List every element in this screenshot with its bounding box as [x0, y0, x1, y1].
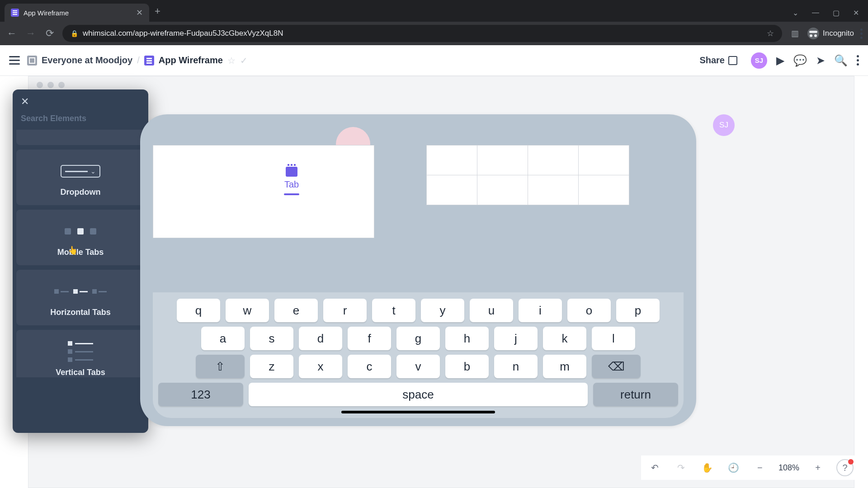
tabs-dropdown-icon[interactable]: ⌄	[793, 9, 798, 17]
favicon-icon	[11, 9, 19, 17]
key-f[interactable]: f	[348, 327, 391, 350]
shape-rectangle[interactable]	[153, 145, 374, 238]
extensions-icon[interactable]: ▥	[788, 28, 801, 38]
send-icon[interactable]: ➤	[816, 54, 825, 67]
url-text: whimsical.com/app-wireframe-Fudpau5J3cGb…	[83, 29, 283, 38]
tab-icon	[286, 167, 297, 177]
maximize-icon[interactable]: ▢	[833, 9, 840, 17]
key-q[interactable]: q	[177, 299, 220, 322]
app-menu-button[interactable]	[857, 55, 859, 66]
space-key[interactable]: space	[249, 383, 588, 406]
check-icon[interactable]: ✓	[240, 55, 248, 66]
breadcrumb: Everyone at Moodjoy / App Wireframe ☆ ✓	[27, 55, 248, 66]
key-m[interactable]: m	[543, 355, 586, 378]
star-icon[interactable]: ☆	[227, 55, 236, 66]
key-c[interactable]: c	[348, 355, 391, 378]
close-window-icon[interactable]: ✕	[853, 9, 859, 17]
key-d[interactable]: d	[299, 327, 342, 350]
element-card-horizontal-tabs[interactable]: Horizontal Tabs	[16, 270, 145, 325]
pan-button[interactable]: ✋	[700, 460, 715, 475]
backspace-key[interactable]: ⌫	[592, 355, 641, 378]
browser-tab[interactable]: App Wireframe ✕	[5, 4, 149, 22]
minimize-icon[interactable]: —	[812, 9, 819, 17]
zoom-out-button[interactable]: −	[752, 460, 768, 475]
numbers-key[interactable]: 123	[158, 383, 243, 406]
keyboard-row-1: qwertyuiop	[158, 299, 678, 322]
key-j[interactable]: j	[494, 327, 538, 350]
new-tab-button[interactable]: +	[155, 5, 160, 17]
zoom-level[interactable]: 108%	[778, 463, 799, 473]
card-label: Horizontal Tabs	[21, 308, 140, 317]
key-r[interactable]: r	[323, 299, 367, 322]
tab-underline	[284, 193, 299, 195]
window-controls: ⌄ — ▢ ✕	[793, 9, 868, 22]
breadcrumb-team[interactable]: Everyone at Moodjoy	[42, 55, 132, 66]
incognito-icon	[807, 28, 819, 39]
key-w[interactable]: w	[226, 299, 269, 322]
key-p[interactable]: p	[616, 299, 660, 322]
comments-icon[interactable]: 💬	[793, 54, 807, 67]
key-o[interactable]: o	[567, 299, 611, 322]
panel-close-button[interactable]: ✕	[13, 89, 148, 109]
back-button[interactable]: ←	[5, 28, 18, 39]
incognito-indicator[interactable]: Incognito	[807, 28, 854, 39]
canvas[interactable]: ✕ Search Elements ⌄ Dropdown Mobile Tabs…	[0, 76, 868, 488]
element-card-dropdown[interactable]: ⌄ Dropdown	[16, 150, 145, 205]
doc-icon	[144, 56, 154, 66]
menu-button[interactable]	[9, 56, 20, 65]
card-label: Dropdown	[21, 188, 140, 197]
shift-key[interactable]: ⇧	[196, 355, 245, 378]
tab-title: App Wireframe	[24, 9, 132, 17]
element-card[interactable]	[16, 130, 145, 145]
lock-icon: 🔒	[71, 30, 78, 37]
home-indicator	[341, 411, 495, 413]
zoom-in-button[interactable]: +	[810, 460, 826, 475]
keyboard-row-2: asdfghjkl	[158, 327, 678, 350]
key-h[interactable]: h	[445, 327, 489, 350]
history-button[interactable]: 🕘	[726, 460, 741, 475]
key-y[interactable]: y	[421, 299, 464, 322]
incognito-label: Incognito	[823, 29, 854, 38]
key-u[interactable]: u	[470, 299, 513, 322]
key-x[interactable]: x	[299, 355, 342, 378]
key-t[interactable]: t	[372, 299, 415, 322]
key-a[interactable]: a	[201, 327, 245, 350]
undo-button[interactable]: ↶	[647, 460, 663, 475]
collaborator-avatar[interactable]: SJ	[713, 114, 735, 136]
keyboard-element[interactable]: qwertyuiop asdfghjkl ⇧ zxcvbnm ⌫ 123 spa…	[153, 292, 684, 418]
key-v[interactable]: v	[396, 355, 440, 378]
bookmark-icon[interactable]: ☆	[767, 28, 774, 38]
key-e[interactable]: e	[274, 299, 318, 322]
tab-element[interactable]: Tab	[284, 167, 299, 195]
element-card-mobile-tabs[interactable]: Mobile Tabs 👆	[16, 210, 145, 265]
breadcrumb-doc[interactable]: App Wireframe	[159, 55, 223, 66]
team-icon	[27, 56, 37, 66]
browser-menu-button[interactable]	[860, 28, 863, 39]
header-actions: Share SJ ▶ 💬 ➤ 🔍	[695, 52, 859, 69]
key-b[interactable]: b	[445, 355, 489, 378]
return-key[interactable]: return	[593, 383, 678, 406]
redo-button[interactable]: ↷	[674, 460, 689, 475]
help-button[interactable]: ?	[836, 459, 854, 476]
notification-dot	[848, 459, 854, 465]
search-icon[interactable]: 🔍	[834, 54, 848, 67]
grid-element[interactable]	[426, 145, 629, 205]
key-k[interactable]: k	[543, 327, 586, 350]
key-s[interactable]: s	[250, 327, 293, 350]
close-tab-icon[interactable]: ✕	[136, 8, 143, 18]
search-input[interactable]: Search Elements	[13, 109, 148, 130]
key-n[interactable]: n	[494, 355, 538, 378]
keyboard-row-4: 123 space return	[158, 383, 678, 406]
reload-button[interactable]: ⟳	[43, 28, 56, 39]
key-g[interactable]: g	[396, 327, 440, 350]
key-z[interactable]: z	[250, 355, 293, 378]
element-card-vertical-tabs[interactable]: Vertical Tabs	[16, 330, 145, 377]
present-icon[interactable]: ▶	[776, 54, 784, 67]
elements-panel: ✕ Search Elements ⌄ Dropdown Mobile Tabs…	[13, 89, 148, 433]
share-button[interactable]: Share	[695, 52, 742, 68]
forward-button[interactable]: →	[24, 28, 37, 39]
key-i[interactable]: i	[519, 299, 562, 322]
avatar[interactable]: SJ	[751, 52, 767, 69]
address-bar[interactable]: 🔒 whimsical.com/app-wireframe-Fudpau5J3c…	[62, 25, 782, 42]
key-l[interactable]: l	[592, 327, 635, 350]
